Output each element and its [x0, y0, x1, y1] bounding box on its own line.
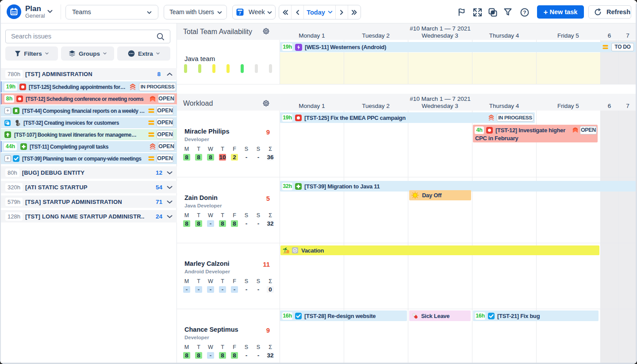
svg-text:?: ? — [523, 10, 526, 15]
svg-text:7: 7 — [239, 11, 241, 15]
